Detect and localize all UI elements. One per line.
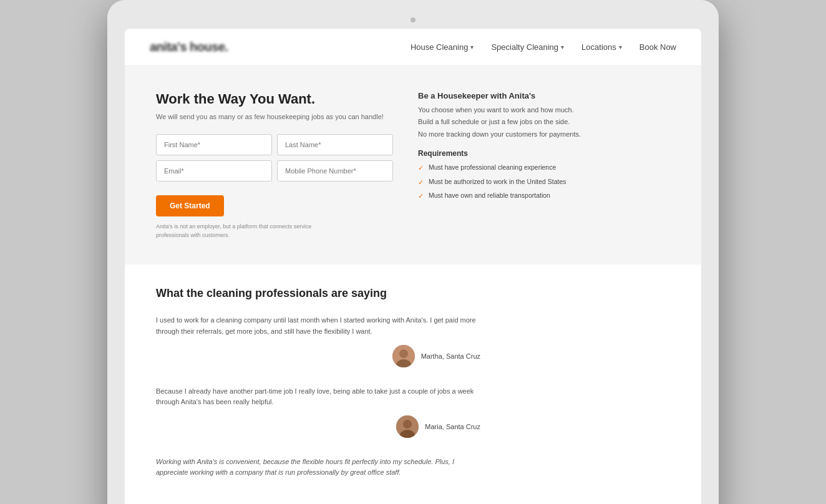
form-disclaimer: Anita's is not an employer, but a platfo… <box>156 223 312 240</box>
testimonials-title: What the cleaning professionals are sayi… <box>156 287 670 300</box>
testimonial-1: I used to work for a cleaning company un… <box>156 315 670 367</box>
testimonial-text-2: Because I already have another part-time… <box>156 386 480 408</box>
check-icon-1: ✓ <box>418 163 424 173</box>
sidebar-title: Be a Housekeeper with Anita's <box>418 91 655 100</box>
phone-field[interactable] <box>277 160 393 182</box>
logo: anita's house. <box>150 40 228 54</box>
navigation: anita's house. House Cleaning ▾ Specialt… <box>125 29 701 66</box>
form-section: Work the Way You Want. We will send you … <box>156 91 393 240</box>
chevron-down-icon: ▾ <box>619 44 622 51</box>
avatar-maria <box>396 415 419 438</box>
nav-item-house-cleaning[interactable]: House Cleaning ▾ <box>411 42 474 52</box>
testimonials-section: What the cleaning professionals are sayi… <box>125 264 701 504</box>
requirements-list: ✓ Must have professional cleaning experi… <box>418 163 655 201</box>
email-field[interactable] <box>156 160 272 182</box>
testimonial-3: Working with Anita's is convenient, beca… <box>156 457 670 478</box>
tagline-1: You choose when you want to work and how… <box>418 105 655 115</box>
svg-point-1 <box>399 349 408 358</box>
check-icon-3: ✓ <box>418 191 424 201</box>
check-icon-2: ✓ <box>418 178 424 187</box>
requirements-title: Requirements <box>418 149 655 158</box>
nav-item-locations[interactable]: Locations ▾ <box>581 42 622 52</box>
info-section: Be a Housekeeper with Anita's You choose… <box>418 91 655 240</box>
author-name-maria: Maria, Santa Cruz <box>425 423 480 430</box>
hero-title: Work the Way You Want. <box>156 91 393 107</box>
req-item-3: ✓ Must have own and reliable transportat… <box>418 191 655 201</box>
get-started-button[interactable]: Get Started <box>156 195 224 216</box>
nav-menu: House Cleaning ▾ Specialty Cleaning ▾ Lo… <box>411 42 676 52</box>
nav-item-specialty-cleaning[interactable]: Specialty Cleaning ▾ <box>491 42 564 52</box>
testimonial-author-1: Martha, Santa Cruz <box>156 345 480 367</box>
hero-section: Work the Way You Want. We will send you … <box>125 66 701 264</box>
tagline-3: No more tracking down your customers for… <box>418 130 655 139</box>
chevron-down-icon: ▾ <box>561 44 564 51</box>
hero-subtitle: We will send you as many or as few house… <box>156 112 393 122</box>
req-item-1: ✓ Must have professional cleaning experi… <box>418 163 655 173</box>
svg-point-4 <box>403 420 412 429</box>
contact-row <box>156 160 393 182</box>
testimonial-text-3: Working with Anita's is convenient, beca… <box>156 457 480 478</box>
tagline-2: Build a full schedule or just a few jobs… <box>418 117 655 127</box>
nav-item-book-now[interactable]: Book Now <box>639 42 676 52</box>
laptop-camera <box>411 17 415 22</box>
laptop-screen: anita's house. House Cleaning ▾ Specialt… <box>125 29 701 504</box>
req-item-2: ✓ Must be authorized to work in the Unit… <box>418 177 655 187</box>
avatar-martha <box>392 345 415 367</box>
first-name-field[interactable] <box>156 134 272 155</box>
tagline-list: You choose when you want to work and how… <box>418 105 655 139</box>
testimonial-author-2: Maria, Santa Cruz <box>156 415 480 438</box>
chevron-down-icon: ▾ <box>470 44 474 51</box>
name-row <box>156 134 393 155</box>
testimonial-text-1: I used to work for a cleaning company un… <box>156 315 480 337</box>
author-name-martha: Martha, Santa Cruz <box>421 352 480 360</box>
testimonial-2: Because I already have another part-time… <box>156 386 670 438</box>
last-name-field[interactable] <box>277 134 393 155</box>
